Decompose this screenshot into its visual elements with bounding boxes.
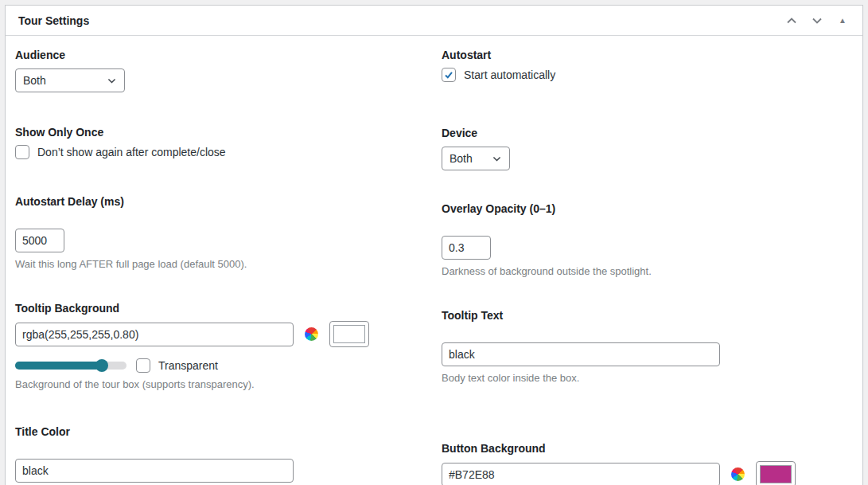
collapse-toggle-button[interactable]: ▲ bbox=[834, 12, 851, 29]
autostart-checkbox[interactable] bbox=[442, 68, 456, 82]
autostart-delay-label: Autostart Delay (ms) bbox=[15, 195, 421, 208]
show-only-once-checkbox-label: Don’t show again after complete/close bbox=[37, 146, 226, 158]
tour-settings-panel: Tour Settings ▲ Audience Both bbox=[5, 5, 863, 485]
move-up-button[interactable] bbox=[783, 12, 800, 29]
tooltip-text-help: Body text color inside the box. bbox=[442, 372, 850, 384]
button-background-field: Button Background bbox=[442, 442, 850, 485]
triangle-up-icon: ▲ bbox=[839, 16, 847, 25]
autostart-checkbox-label: Start automatically bbox=[464, 68, 555, 81]
chevron-up-icon bbox=[785, 14, 798, 27]
title-color-input[interactable] bbox=[15, 459, 294, 483]
chevron-down-icon bbox=[107, 76, 117, 86]
device-select-value: Both bbox=[450, 152, 473, 165]
tooltip-text-label: Tooltip Text bbox=[442, 309, 850, 322]
button-background-swatch bbox=[756, 461, 796, 485]
tooltip-background-label: Tooltip Background bbox=[15, 302, 421, 315]
show-only-once-field: Show Only Once Don’t show again after co… bbox=[15, 126, 421, 159]
autostart-field: Autostart Start automatically bbox=[442, 49, 850, 82]
button-background-label: Button Background bbox=[442, 442, 850, 455]
device-field: Device Both bbox=[442, 127, 850, 170]
tooltip-text-input[interactable] bbox=[442, 342, 720, 366]
autostart-delay-input[interactable] bbox=[15, 229, 64, 252]
button-background-input[interactable] bbox=[442, 463, 720, 485]
overlay-opacity-label: Overlay Opacity (0–1) bbox=[442, 202, 850, 215]
tooltip-background-input[interactable] bbox=[15, 323, 294, 346]
color-wheel-icon[interactable] bbox=[731, 467, 745, 481]
chevron-down-icon bbox=[492, 154, 502, 164]
device-label: Device bbox=[442, 127, 850, 139]
tooltip-background-alpha-slider[interactable] bbox=[15, 362, 127, 370]
overlay-opacity-field: Overlay Opacity (0–1) Darkness of backgr… bbox=[442, 202, 850, 277]
right-column: Autostart Start automatically Device Bot… bbox=[442, 49, 850, 485]
color-wheel-icon[interactable] bbox=[305, 327, 318, 341]
tooltip-background-help: Background of the tour box (supports tra… bbox=[15, 378, 421, 390]
chevron-down-icon bbox=[811, 14, 823, 27]
audience-label: Audience bbox=[15, 49, 421, 61]
left-column: Audience Both Show Only Once Don’t show … bbox=[15, 49, 421, 485]
panel-header-actions: ▲ bbox=[783, 12, 851, 29]
tooltip-background-field: Tooltip Background bbox=[15, 302, 421, 390]
tooltip-background-transparent-checkbox[interactable] bbox=[136, 358, 150, 373]
overlay-opacity-input[interactable] bbox=[442, 236, 491, 260]
tooltip-background-transparent-label: Transparent bbox=[158, 359, 218, 372]
show-only-once-checkbox[interactable] bbox=[15, 145, 29, 159]
title-color-label: Title Color bbox=[15, 425, 421, 438]
autostart-delay-field: Autostart Delay (ms) Wait this long AFTE… bbox=[15, 195, 421, 270]
show-only-once-label: Show Only Once bbox=[15, 126, 421, 139]
panel-body: Audience Both Show Only Once Don’t show … bbox=[6, 36, 862, 485]
overlay-opacity-help: Darkness of background outside the spotl… bbox=[442, 265, 850, 277]
autostart-delay-help: Wait this long AFTER full page load (def… bbox=[15, 258, 421, 270]
device-select[interactable]: Both bbox=[442, 147, 510, 170]
panel-title: Tour Settings bbox=[18, 14, 89, 27]
title-color-field: Title Color Step title color. bbox=[15, 425, 421, 485]
audience-field: Audience Both bbox=[15, 49, 421, 92]
panel-header: Tour Settings ▲ bbox=[6, 6, 862, 36]
tooltip-text-field: Tooltip Text Body text color inside the … bbox=[442, 309, 850, 384]
audience-select-value: Both bbox=[23, 74, 46, 87]
audience-select[interactable]: Both bbox=[15, 68, 125, 92]
slider-thumb[interactable] bbox=[95, 359, 108, 372]
autostart-label: Autostart bbox=[442, 49, 850, 61]
move-down-button[interactable] bbox=[808, 12, 826, 29]
tooltip-background-swatch bbox=[329, 321, 369, 347]
